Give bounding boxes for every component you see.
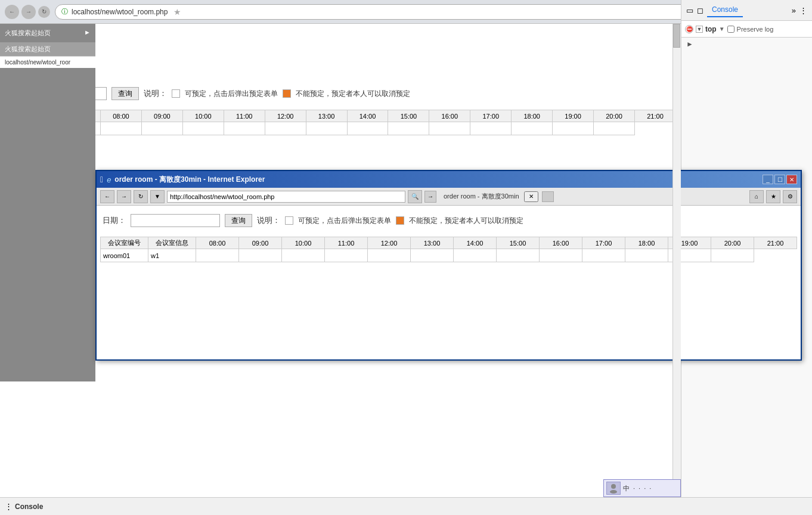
ie-new-tab-button[interactable] [542, 191, 554, 202]
col-room-no-ie: 会议室编号 [101, 237, 148, 249]
devtools-device-icon[interactable]: ◻ [697, 6, 703, 15]
sidebar-url: localhost/new/wtool_roor [0, 56, 95, 68]
date-input-ie[interactable] [131, 214, 220, 227]
ie-maximize-button[interactable]: ☐ [774, 175, 785, 184]
devtools-filter-icon[interactable]: ▼ [696, 26, 703, 33]
sidebar-partial: 火狐搜索起始页 ► 火狐搜索起始页 localhost/new/wtool_ro… [0, 24, 95, 381]
devtools-console-tab[interactable]: Console [707, 3, 743, 17]
ie-tab-label: order room - 离散度30min [444, 192, 519, 201]
svg-point-0 [611, 484, 616, 489]
legend-can-box-ie [285, 216, 293, 225]
legend-can-text-top: 可预定，点击后弹出预定表单 [185, 89, 278, 99]
ie-search-button[interactable]: 🔍 [408, 190, 422, 203]
devtools-menu-icon[interactable]: ⋮ [799, 6, 807, 15]
ie-window-buttons: _ ☐ ✕ [763, 175, 797, 184]
legend-label-top: 说明： [144, 88, 167, 99]
ie-dropdown-button[interactable]: ▼ [150, 190, 165, 203]
preserve-log-label: Preserve log [737, 26, 774, 33]
back-button[interactable]: ← [5, 5, 19, 19]
sidebar-expand-icon[interactable]: ► [84, 29, 91, 36]
ie-home-button[interactable]: ⌂ [749, 190, 764, 203]
ie-tab-close-button[interactable]: ✕ [524, 191, 538, 202]
ime-dot1-button[interactable]: · [632, 483, 636, 493]
filter-row-ie: 日期： 查询 说明： 可预定，点击后弹出预定表单 不能预定，预定者本人可以取消预… [100, 209, 797, 232]
devtools-expand-arrow[interactable]: ► [681, 38, 812, 51]
refresh-button[interactable]: ↻ [38, 6, 50, 18]
sidebar-search-text: 火狐搜索起始页 [5, 29, 51, 36]
devtools-filter-bar: ⛔ ▼ top ▼ Preserve log [681, 21, 812, 38]
devtools-error-filter[interactable]: ⛔ [685, 25, 693, 33]
sidebar-link[interactable]: 火狐搜索起始页 [0, 42, 95, 56]
devtools-more-icon[interactable]: » [792, 6, 796, 15]
scrollbar-thumb[interactable] [673, 24, 680, 48]
console-more-icon[interactable]: ⋮ [5, 502, 13, 511]
ie-settings-button[interactable]: ⚙ [783, 190, 797, 203]
ie-go-button[interactable]: → [424, 191, 436, 203]
ie-window:  e order room - 离散度30min - Internet Exp… [95, 170, 802, 361]
room-table-ie: 会议室编号 会议室信息 08:00 09:00 10:00 11:00 12:0… [100, 237, 797, 262]
devtools-dropdown-icon[interactable]: ▼ [719, 26, 725, 32]
devtools-toolbar: ▭ ◻ Console » ⋮ [681, 0, 812, 21]
ime-avatar-icon [606, 482, 621, 495]
bottom-console-bar: ⋮ Console [0, 497, 812, 515]
ie-icon-e: e [107, 175, 111, 184]
legend-cannot-box-ie [396, 216, 404, 225]
legend-cannot-text-top: 不能预定，预定者本人可以取消预定 [296, 89, 410, 99]
devtools-inspect-icon[interactable]: ▭ [686, 6, 693, 15]
legend-label-ie: 说明： [257, 215, 280, 226]
ime-dot3-button[interactable]: · [643, 483, 647, 493]
browser-nav-buttons: ← → ↻ [5, 5, 50, 19]
address-text: localhost/new/wtool_room.php [72, 8, 168, 16]
col-room-info-ie: 会议室信息 [148, 237, 196, 249]
ie-title-left:  e order room - 离散度30min - Internet Exp… [100, 175, 265, 185]
table-row: wroom01 w1 [5, 122, 676, 135]
legend-can-text-ie: 可预定，点击后弹出预定表单 [298, 216, 391, 226]
filter-row-top: 日期： 查询 说明： 可预定，点击后弹出预定表单 不能预定，预定者本人可以取消预… [5, 82, 676, 105]
ie-titlebar:  e order room - 离散度30min - Internet Exp… [97, 171, 801, 188]
ie-title-text: order room - 离散度30min - Internet Explore… [114, 175, 265, 185]
ime-dot4-button[interactable]: · [648, 483, 652, 493]
forward-button[interactable]: → [21, 5, 36, 19]
ie-close-button[interactable]: ✕ [786, 175, 797, 184]
svg-point-1 [610, 490, 617, 494]
bottom-console-label: Console [15, 502, 43, 511]
legend-can-box-top [172, 89, 180, 98]
vertical-scrollbar[interactable] [672, 24, 681, 497]
ie-minimize-button[interactable]: _ [763, 175, 773, 184]
ie-back-button[interactable]: ← [100, 190, 114, 203]
ie-navbar: ← → ↻ ▼ 🔍 → order room - 离散度30min ✕ ⌂ ★ … [97, 188, 801, 206]
ime-toolbar: 中 · · · · [603, 479, 681, 497]
legend-cannot-box-top [283, 89, 291, 98]
ie-forward-button[interactable]: → [117, 190, 131, 203]
ie-logo-icon:  [100, 175, 103, 184]
devtools-top-label: top [705, 25, 717, 33]
date-label-ie: 日期： [103, 215, 126, 226]
ie-refresh-button[interactable]: ↻ [134, 190, 148, 203]
lock-icon: ⓘ [61, 7, 68, 16]
query-btn-ie[interactable]: 查询 [225, 214, 252, 227]
ime-dot2-button[interactable]: · [637, 483, 641, 493]
ie-address-input[interactable] [167, 191, 405, 203]
preserve-log-checkbox[interactable] [727, 26, 734, 33]
query-btn-top[interactable]: 查询 [111, 87, 139, 100]
sidebar-search-label: 火狐搜索起始页 ► [0, 24, 95, 42]
table-row: wroom01 w1 [101, 249, 797, 262]
bookmark-star-icon[interactable]: ★ [173, 7, 181, 17]
ie-favorites-button[interactable]: ★ [766, 190, 780, 203]
ime-chinese-button[interactable]: 中 [622, 483, 631, 494]
room-table-top: 会议室编号 会议室信息 08:00 09:00 10:00 11:00 12:0… [5, 110, 676, 135]
legend-cannot-text-ie: 不能预定，预定者本人可以取消预定 [409, 216, 523, 226]
ie-content: 日期： 查询 说明： 可预定，点击后弹出预定表单 不能预定，预定者本人可以取消预… [97, 206, 801, 266]
